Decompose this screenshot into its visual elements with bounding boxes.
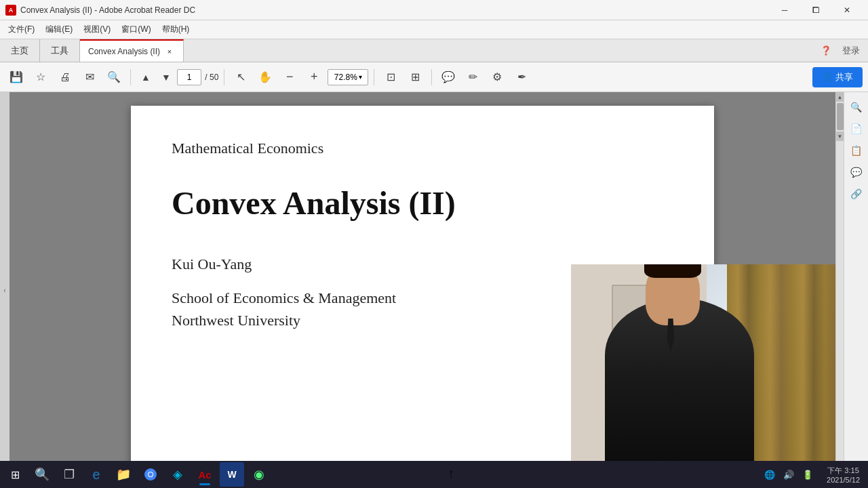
zoom-out-button[interactable]: − <box>279 66 300 88</box>
start-button[interactable]: ⊞ <box>3 462 27 487</box>
marquee-zoom-button[interactable]: ⊞ <box>404 66 426 88</box>
hand-tool-button[interactable]: ✋ <box>254 66 276 88</box>
tab-home-label: 主页 <box>11 45 28 57</box>
tab-home[interactable]: 主页 <box>0 39 40 62</box>
scroll-thumb[interactable] <box>837 103 844 130</box>
right-panel-search[interactable]: 🔍 <box>847 98 866 117</box>
tab-pdf-active[interactable]: Convex Analysis (II) × <box>80 39 184 62</box>
main-area: ‹ Mathematical Economics Convex Analysis… <box>0 92 868 488</box>
taskbar-word[interactable]: W <box>220 462 244 487</box>
taskbar-app7[interactable]: ◈ <box>165 462 190 487</box>
toolbar: 💾 ☆ 🖨 ✉ 🔍 ▲ ▼ / 50 ↖ ✋ − + 72.8% ▾ ⊡ ⊞ 💬… <box>0 62 868 92</box>
save-button[interactable]: 💾 <box>5 66 27 88</box>
person-body <box>605 298 754 488</box>
zoom-in-button[interactable]: + <box>303 66 325 88</box>
right-panel-links[interactable]: 🔗 <box>847 184 866 203</box>
window-controls: ─ ⧠ ✕ <box>769 0 863 20</box>
tray-volume[interactable]: 🔊 <box>781 467 797 483</box>
tab-right-actions: ❓ 登录 <box>812 39 868 62</box>
share-icon: 👤 <box>822 72 833 82</box>
right-panel: 🔍 📄 📋 💬 🔗 <box>844 92 868 488</box>
separator-3 <box>374 69 374 85</box>
tab-pdf-label: Convex Analysis (II) <box>88 47 160 56</box>
tab-tools-label: 工具 <box>51 45 68 57</box>
taskbar-search[interactable]: 🔍 <box>30 462 54 487</box>
svg-point-2 <box>149 472 153 476</box>
right-panel-comments[interactable]: 💬 <box>847 163 866 182</box>
login-button[interactable]: 登录 <box>840 42 863 60</box>
annotate-button[interactable]: ✏ <box>462 66 484 88</box>
separator-1 <box>130 69 131 85</box>
search-button[interactable]: 🔍 <box>103 66 125 88</box>
tools-button[interactable]: ⚙ <box>486 66 508 88</box>
pdf-title: Convex Analysis (II) <box>172 184 673 222</box>
tray-battery[interactable]: 🔋 <box>800 467 816 483</box>
right-panel-bookmarks[interactable]: 📋 <box>847 141 866 160</box>
taskbar-task-view[interactable]: ❐ <box>57 462 81 487</box>
pdf-subtitle: Mathematical Economics <box>172 140 673 157</box>
maximize-button[interactable]: ⧠ <box>800 0 831 20</box>
menu-window[interactable]: 窗口(W) <box>116 21 156 38</box>
scroll-down-button[interactable]: ▼ <box>836 131 844 141</box>
zoom-dropdown-icon: ▾ <box>359 73 362 81</box>
webcam-overlay <box>571 264 835 488</box>
separator-2 <box>224 69 224 85</box>
tab-bar: 主页 工具 Convex Analysis (II) × ❓ 登录 <box>0 39 868 62</box>
close-button[interactable]: ✕ <box>831 0 863 20</box>
tab-spacer <box>184 39 812 62</box>
close-tab-button[interactable]: × <box>164 46 175 57</box>
taskbar-ie[interactable]: e <box>84 462 108 487</box>
left-panel-toggle[interactable]: ‹ <box>0 92 9 488</box>
pdf-viewer: Mathematical Economics Convex Analysis (… <box>9 92 835 488</box>
comment-button[interactable]: 💬 <box>437 66 459 88</box>
taskbar-chrome[interactable] <box>138 462 163 487</box>
menu-help[interactable]: 帮助(H) <box>157 21 195 38</box>
zoom-value: 72.8% <box>334 73 357 82</box>
clock-date: 2021/5/12 <box>827 476 860 484</box>
tab-tools[interactable]: 工具 <box>40 39 80 62</box>
window-title: Convex Analysis (II) - Adobe Acrobat Rea… <box>20 5 769 15</box>
separator-4 <box>431 69 432 85</box>
taskbar-acrobat[interactable]: Ac <box>193 462 217 487</box>
taskbar: ⊞ 🔍 ❐ e 📁 ◈ Ac W ◉ 🌐 🔊 🔋 下午 3:15 2021/5/… <box>0 461 868 488</box>
next-page-button[interactable]: ▼ <box>157 68 176 87</box>
fit-page-button[interactable]: ⊡ <box>380 66 401 88</box>
clock-time: 下午 3:15 <box>827 466 860 476</box>
help-icon[interactable]: ❓ <box>818 43 834 58</box>
app-icon: A <box>5 5 16 16</box>
navigation-group: ▲ ▼ / 50 <box>136 68 218 87</box>
scroll-up-button[interactable]: ▲ <box>836 92 844 102</box>
scrollbar[interactable]: ▲ ▼ <box>835 92 844 488</box>
print-button[interactable]: 🖨 <box>54 66 76 88</box>
minimize-button[interactable]: ─ <box>769 0 800 20</box>
system-tray: 🌐 🔊 🔋 <box>759 467 818 483</box>
email-button[interactable]: ✉ <box>79 66 100 88</box>
tray-network[interactable]: 🌐 <box>762 467 778 483</box>
taskbar-app10[interactable]: ◉ <box>247 462 271 487</box>
sign-button[interactable]: ✒ <box>511 66 532 88</box>
webcam-video <box>571 264 835 488</box>
menu-view[interactable]: 视图(V) <box>78 21 116 38</box>
share-label: 共享 <box>835 71 853 83</box>
menu-bar: 文件(F) 编辑(E) 视图(V) 窗口(W) 帮助(H) <box>0 20 868 39</box>
taskbar-file-explorer[interactable]: 📁 <box>111 462 136 487</box>
taskbar-clock[interactable]: 下午 3:15 2021/5/12 <box>821 466 865 484</box>
title-bar: A Convex Analysis (II) - Adobe Acrobat R… <box>0 0 868 20</box>
bookmark-button[interactable]: ☆ <box>30 66 52 88</box>
prev-page-button[interactable]: ▲ <box>136 68 155 87</box>
page-separator: / 50 <box>203 73 218 82</box>
person-hair <box>644 264 701 278</box>
share-button[interactable]: 👤 共享 <box>812 67 863 87</box>
zoom-level-display[interactable]: 72.8% ▾ <box>328 69 368 85</box>
cursor-tool-button[interactable]: ↖ <box>230 66 252 88</box>
right-panel-pages[interactable]: 📄 <box>847 119 866 138</box>
page-number-input[interactable] <box>177 69 201 85</box>
menu-file[interactable]: 文件(F) <box>3 21 40 38</box>
menu-edit[interactable]: 编辑(E) <box>40 21 78 38</box>
